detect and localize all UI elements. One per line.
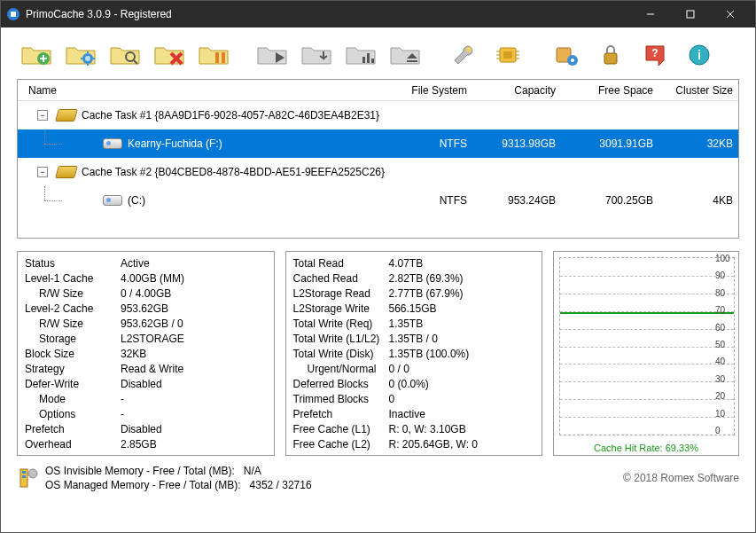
eject-cache-icon: [389, 43, 421, 67]
delete-cache-icon: [153, 43, 185, 67]
volume-tree[interactable]: Name File System Capacity Free Space Clu…: [17, 79, 739, 239]
stat-key: Free Cache (L1): [293, 423, 382, 435]
volume-cluster: 32KB: [659, 137, 738, 150]
chip-icon: [55, 166, 78, 178]
config-cache-button[interactable]: [61, 38, 100, 72]
footer-managed: OS Managed Memory - Free / Total (MB): 4…: [45, 479, 312, 491]
memory-icon: [17, 466, 38, 490]
stat-key: L2Storage Write: [293, 302, 382, 315]
app-window: PrimoCache 3.0.9 - Registered ? i Name F…: [0, 0, 756, 533]
volume-cluster: 4KB: [659, 194, 738, 207]
stat-value: 0 / 4.00GB: [113, 287, 267, 300]
eject-cache-button[interactable]: [386, 38, 425, 72]
cpu-button[interactable]: [488, 38, 527, 72]
stat-key: Deferred Blocks: [293, 378, 382, 390]
stat-key: Strategy: [25, 363, 113, 375]
flush-cache-icon: [300, 43, 332, 67]
minimize-button[interactable]: [630, 1, 670, 27]
add-cache-icon: [20, 43, 52, 67]
stat-key: Storage: [25, 333, 113, 345]
copyright: © 2018 Romex Software: [623, 472, 739, 484]
stat-value: -: [113, 393, 267, 405]
stat-line: Trimmed Blocks0: [293, 391, 535, 406]
volume-row[interactable]: (C:)NTFS953.24GB700.25GB4KB: [18, 186, 738, 215]
maximize-button[interactable]: [670, 1, 710, 27]
ytick: 80: [715, 288, 737, 298]
stats-right-panel: Total Read4.07TBCached Read2.82TB (69.3%…: [285, 251, 543, 456]
toolbar: ? i: [1, 27, 755, 79]
svg-rect-17: [407, 60, 417, 62]
add-cache-button[interactable]: [17, 38, 56, 72]
ytick: 0: [715, 426, 737, 435]
stat-value: 566.15GB: [382, 302, 535, 315]
help-button[interactable]: ?: [635, 38, 674, 72]
stat-line: Overhead2.85GB: [25, 436, 267, 451]
svg-rect-30: [604, 53, 617, 64]
stat-value: -: [113, 408, 267, 420]
stat-line: PrefetchDisabled: [25, 421, 267, 436]
col-cluster[interactable]: Cluster Size: [659, 84, 738, 97]
lock-icon: [598, 43, 623, 67]
stat-key: Urgent/Normal: [293, 363, 382, 375]
cache-task-row[interactable]: −Cache Task #1 {8AA9D1F6-9028-4057-A82C-…: [18, 101, 738, 129]
stat-value: Inactive: [382, 408, 535, 420]
stats-cache-button[interactable]: [341, 38, 380, 72]
stat-line: Urgent/Normal0 / 0: [293, 361, 535, 376]
hitrate-chart: 1009080706050403020100 Cache Hit Rate: 6…: [553, 251, 739, 456]
stat-line: L2Storage Write566.15GB: [293, 301, 535, 316]
col-free[interactable]: Free Space: [561, 84, 659, 97]
stat-line: Free Cache (L1)R: 0, W: 3.10GB: [293, 421, 535, 436]
info-button[interactable]: i: [680, 38, 719, 72]
stat-value: 4.00GB (MM): [113, 272, 267, 285]
resume-cache-icon: [256, 43, 288, 67]
flush-cache-button[interactable]: [297, 38, 336, 72]
col-name[interactable]: Name: [23, 84, 401, 97]
lock-button[interactable]: [591, 38, 630, 72]
stat-key: R/W Size: [25, 287, 113, 300]
chart-caption: Cache Hit Rate: 69.33%: [554, 443, 738, 453]
task-label: Cache Task #1 {8AA9D1F6-9028-4057-A82C-4…: [82, 109, 379, 121]
stat-key: Trimmed Blocks: [293, 393, 382, 405]
volume-name: (C:): [128, 194, 145, 207]
col-fs[interactable]: File System: [401, 84, 472, 97]
stat-key: Total Write (Req): [293, 317, 382, 330]
stat-value: 1.35TB: [382, 317, 535, 330]
expander-icon[interactable]: −: [37, 167, 48, 177]
stat-line: Mode-: [25, 391, 267, 406]
svg-rect-15: [367, 53, 370, 63]
expander-icon[interactable]: −: [37, 110, 48, 121]
delete-cache-button[interactable]: [150, 38, 189, 72]
cpu-icon: [495, 43, 521, 67]
stat-line: R/W Size953.62GB / 0: [25, 316, 267, 331]
volume-fs: NTFS: [401, 194, 472, 207]
volume-name: Kearny-Fuchida (F:): [128, 137, 222, 150]
stats-row: StatusActiveLevel-1 Cache4.00GB (MM)R/W …: [17, 251, 739, 456]
stat-value: 953.62GB: [113, 302, 267, 315]
pause-cache-button[interactable]: [194, 38, 233, 72]
volume-cap: 9313.98GB: [472, 137, 561, 150]
stat-value: 2.82TB (69.3%): [382, 272, 535, 285]
disk-icon: [103, 195, 122, 206]
svg-text:?: ?: [651, 47, 658, 59]
stat-line: R/W Size0 / 4.00GB: [25, 286, 267, 301]
volume-free: 3091.91GB: [561, 137, 659, 150]
chip-icon: [55, 109, 78, 121]
close-button[interactable]: [710, 1, 750, 27]
stat-key: Free Cache (L2): [293, 438, 382, 451]
col-cap[interactable]: Capacity: [472, 84, 561, 97]
resume-cache-button[interactable]: [253, 38, 292, 72]
stat-line: StorageL2STORAGE: [25, 331, 267, 346]
stat-key: Cached Read: [293, 272, 382, 285]
inspect-cache-button[interactable]: [105, 38, 144, 72]
stat-line: StatusActive: [25, 255, 267, 270]
ytick: 50: [715, 340, 737, 349]
volume-row[interactable]: Kearny-Fuchida (F:)NTFS9313.98GB3091.91G…: [18, 129, 738, 158]
cache-task-row[interactable]: −Cache Task #2 {B04CBED8-4878-4BDD-AE51-…: [18, 158, 738, 186]
svg-point-37: [28, 469, 37, 478]
stat-line: Defer-WriteDisabled: [25, 376, 267, 391]
stat-value: L2STORAGE: [113, 333, 267, 345]
tree-header: Name File System Capacity Free Space Clu…: [18, 80, 738, 101]
task-label: Cache Task #2 {B04CBED8-4878-4BDD-AE51-9…: [82, 166, 385, 178]
tools-button[interactable]: [444, 38, 483, 72]
settings-button[interactable]: [547, 38, 586, 72]
